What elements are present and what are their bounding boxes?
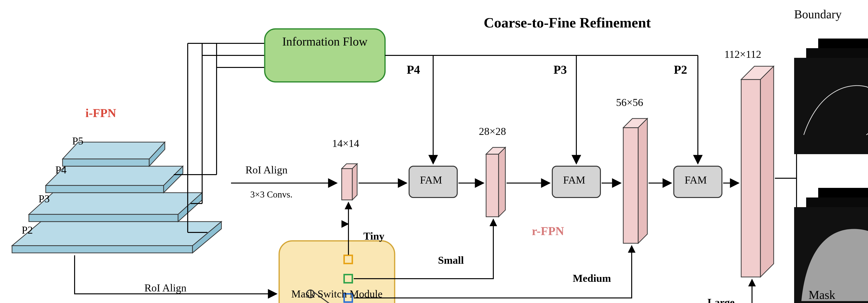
level-p4: P4	[55, 164, 66, 176]
tier-tiny: Tiny	[363, 230, 384, 242]
title: Coarse-to-Fine Refinement	[484, 15, 651, 31]
size-28: 28×28	[479, 125, 506, 138]
p4-label: P4	[407, 63, 420, 77]
ifpn-level-P3	[29, 193, 202, 222]
p3-label: P3	[554, 63, 567, 77]
level-p2: P2	[22, 224, 33, 236]
info-flow-label: Information Flow	[282, 35, 368, 48]
svg-marker-4	[29, 214, 178, 222]
svg-marker-38	[761, 66, 774, 277]
rfpn-label: r-FPN	[532, 224, 564, 238]
svg-marker-29	[352, 164, 357, 200]
level-p5: P5	[72, 135, 83, 147]
fam-label-3: FAM	[685, 174, 707, 186]
mask-label: Mask	[809, 288, 835, 302]
svg-marker-3	[29, 193, 202, 214]
roi-align-bottom-label: RoI Align	[145, 282, 186, 294]
convs-label: 3×3 Convs.	[250, 189, 292, 200]
size-112: 112×112	[724, 48, 762, 60]
size-56: 56×56	[616, 97, 643, 109]
svg-rect-55	[794, 58, 868, 154]
svg-rect-33	[623, 128, 638, 243]
boundary-label: Boundary	[794, 7, 841, 21]
svg-rect-27	[342, 169, 352, 200]
p2-label: P2	[674, 63, 687, 77]
ifpn-level-P2	[12, 222, 221, 253]
svg-rect-30	[486, 154, 499, 217]
feature-block-112	[741, 66, 774, 277]
feature-block-14	[342, 164, 357, 200]
fam-label-1: FAM	[420, 174, 442, 186]
size-14: 14×14	[332, 137, 359, 149]
boundary-thumbnails	[794, 38, 868, 154]
tier-small: Small	[438, 254, 464, 266]
switch-caption: Mask Switch Module	[279, 288, 395, 300]
svg-marker-10	[63, 159, 149, 166]
svg-marker-7	[46, 186, 164, 193]
mask-thumbnails	[794, 188, 868, 303]
svg-marker-32	[499, 147, 505, 217]
svg-marker-35	[638, 118, 647, 243]
svg-rect-36	[741, 80, 761, 277]
fam-label-2: FAM	[563, 174, 585, 186]
feature-block-28	[486, 147, 505, 217]
svg-marker-0	[12, 222, 221, 246]
roi-align-label: RoI Align	[245, 164, 287, 176]
diagram-canvas	[0, 0, 868, 303]
tier-large: Large	[708, 296, 735, 303]
svg-marker-1	[12, 246, 192, 253]
ifpn-label: i-FPN	[86, 106, 116, 120]
tier-medium: Medium	[573, 272, 611, 284]
feature-block-56	[623, 118, 647, 243]
level-p3: P3	[38, 193, 50, 205]
